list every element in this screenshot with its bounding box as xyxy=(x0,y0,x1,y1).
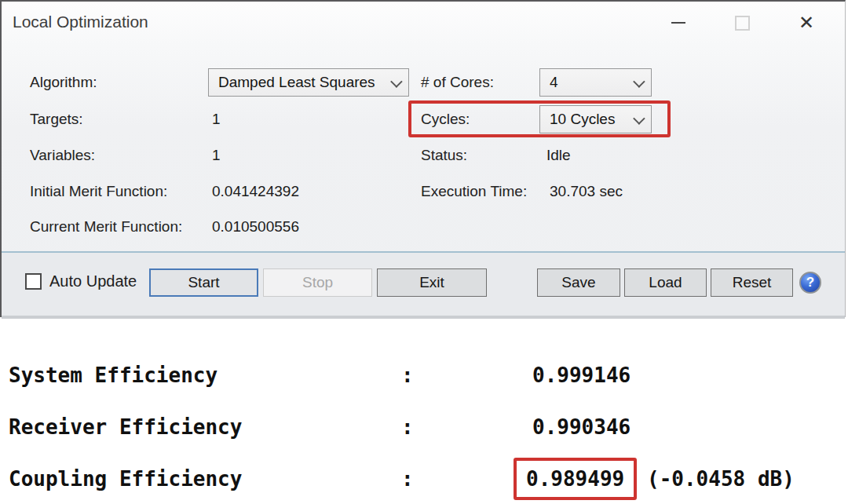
coupling-value-annotation-box: 0.989499 xyxy=(514,458,637,500)
current-merit-label: Current Merit Function: xyxy=(30,218,182,236)
execution-time-value: 30.703 sec xyxy=(550,183,623,200)
output-extra: (-0.0458 dB) xyxy=(647,465,795,493)
algorithm-label: Algorithm: xyxy=(30,74,97,91)
algorithm-dropdown[interactable]: Damped Least Squares xyxy=(208,68,409,97)
close-button[interactable]: ✕ xyxy=(793,9,820,36)
current-merit-value: 0.010500556 xyxy=(212,218,299,236)
output-value: 0.990346 xyxy=(532,413,631,441)
output-colon: : xyxy=(401,413,414,441)
start-button[interactable]: Start xyxy=(149,268,258,297)
minimize-icon xyxy=(671,22,685,24)
output-row-system-efficiency: System Efficiency : 0.999146 xyxy=(0,361,848,389)
maximize-icon xyxy=(735,16,750,31)
auto-update-label: Auto Update xyxy=(49,272,137,290)
status-label: Status: xyxy=(421,147,467,164)
status-value: Idle xyxy=(546,147,571,164)
variables-label: Variables: xyxy=(30,147,95,164)
cores-label: # of Cores: xyxy=(421,74,494,91)
output-colon: : xyxy=(401,465,414,493)
output-row-coupling-efficiency: Coupling Efficiency : 0.989499 (-0.0458 … xyxy=(0,465,848,493)
chevron-down-icon xyxy=(633,75,645,88)
output-label: System Efficiency xyxy=(9,361,217,389)
targets-label: Targets: xyxy=(30,111,83,128)
cores-dropdown[interactable]: 4 xyxy=(539,68,652,97)
initial-merit-value: 0.041424392 xyxy=(212,183,299,200)
auto-update-checkbox[interactable] xyxy=(25,273,42,290)
output-colon: : xyxy=(401,361,414,389)
output-label: Receiver Efficiency xyxy=(9,413,242,441)
window-title: Local Optimization xyxy=(13,13,148,31)
cores-selected-value: 4 xyxy=(550,74,558,91)
maximize-button[interactable] xyxy=(729,9,755,36)
dialog-bottom-edge xyxy=(2,316,845,319)
save-button[interactable]: Save xyxy=(537,268,620,297)
exit-button[interactable]: Exit xyxy=(377,268,487,297)
chevron-down-icon xyxy=(390,75,403,88)
help-icon[interactable]: ? xyxy=(799,272,821,294)
local-optimization-dialog: Local Optimization ✕ Algorithm: Damped L… xyxy=(0,0,846,317)
variables-value: 1 xyxy=(212,147,221,164)
close-icon: ✕ xyxy=(799,13,814,32)
minimize-button[interactable] xyxy=(665,9,692,36)
targets-value: 1 xyxy=(212,111,221,128)
algorithm-selected-value: Damped Least Squares xyxy=(218,74,375,91)
cycles-annotation-box xyxy=(408,100,671,137)
load-button[interactable]: Load xyxy=(624,268,707,297)
dialog-footer: Auto Update Start Stop Exit Save Load Re… xyxy=(2,251,845,319)
screenshot-root: Local Optimization ✕ Algorithm: Damped L… xyxy=(0,0,848,504)
output-value: 0.999146 xyxy=(532,361,631,389)
stop-button[interactable]: Stop xyxy=(263,268,372,297)
execution-time-label: Execution Time: xyxy=(421,183,527,200)
initial-merit-label: Initial Merit Function: xyxy=(30,183,167,200)
reset-button[interactable]: Reset xyxy=(711,268,793,297)
output-label: Coupling Efficiency xyxy=(9,465,242,493)
output-row-receiver-efficiency: Receiver Efficiency : 0.990346 xyxy=(0,413,848,441)
